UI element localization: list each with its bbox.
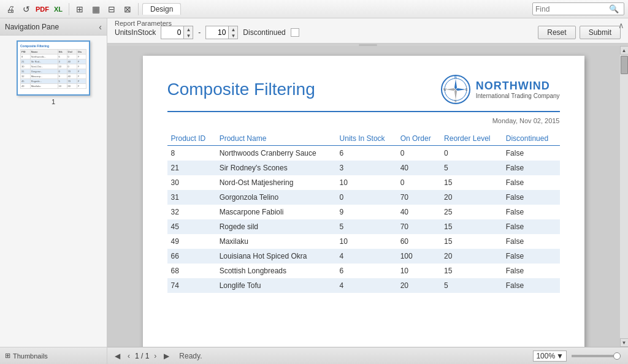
page-prev-button[interactable]: ◀ [112,351,123,362]
toolbar-icon-refresh[interactable]: ↺ [20,2,33,16]
submit-button[interactable]: Submit [580,26,621,39]
scroll-up-button[interactable]: ▲ [620,46,629,55]
collapse-nav-button[interactable]: ‹ [99,23,102,31]
search-box[interactable]: 🔍 [532,2,624,15]
compass-icon: N S E W [440,74,471,105]
navigation-pane: Navigation Pane ‹ Composite Filtering PI… [0,18,107,364]
table-cell: 10 [336,175,397,190]
toolbar-icon-view[interactable]: ⊞ [73,2,86,16]
table-cell: 21 [167,161,216,175]
toolbar-icon-grid[interactable]: ⊠ [121,2,134,16]
company-name-main: NORTHWIND [476,80,560,93]
toolbar-icon-excel[interactable]: XL [52,2,65,16]
table-cell: 5 [440,161,502,175]
zoom-slider-thumb[interactable] [613,352,621,360]
thumbnails-icon: ⊞ [5,352,10,360]
toolbar-icon-layout[interactable]: ▦ [89,2,102,16]
table-cell: 66 [167,249,216,264]
table-cell: False [502,146,560,161]
table-cell: Scottish Longbreads [216,264,336,278]
table-cell: False [502,264,560,278]
table-cell: 4 [336,278,397,293]
table-column-header: Units In Stock [336,132,397,146]
search-input[interactable] [535,5,609,13]
units-min-spinner[interactable]: 0 ▲ ▼ [161,26,193,39]
units-max-spinner[interactable]: 10 ▲ ▼ [205,26,238,39]
table-cell: 20 [440,190,502,205]
thumbnail-preview-1[interactable]: Composite Filtering PIDNameStkOrdDis 8No… [17,40,90,96]
search-icon: 🔍 [609,4,619,13]
company-name: NORTHWIND International Trading Company [476,80,560,99]
units-max-input[interactable]: 10 [206,26,228,39]
toolbar-icon-print[interactable]: 🖨 [4,2,17,16]
toolbar-divider-1 [69,3,69,15]
page-next-button[interactable]: ▶ [161,351,172,362]
table-cell: 15 [440,264,502,278]
zoom-dropdown[interactable]: 100% ▼ [533,351,567,362]
units-max-spin-down[interactable]: ▼ [229,32,237,39]
table-cell: 5 [440,278,502,293]
zoom-value: 100% [536,352,555,360]
table-cell: False [502,175,560,190]
table-row: 49Maxilaku106015False [167,234,560,249]
table-cell: 0 [397,175,440,190]
report-tbody: 8Northwoods Cranberry Sauce600False21Sir… [167,146,560,294]
table-cell: 20 [397,278,440,293]
units-min-input[interactable]: 0 [161,26,183,39]
table-cell: 15 [440,234,502,249]
table-cell: 15 [440,175,502,190]
table-cell: 70 [397,219,440,234]
page-next-small-button[interactable]: › [151,351,159,362]
table-cell: False [502,190,560,205]
table-cell: 9 [336,205,397,219]
report-header: Composite Filtering [167,74,560,112]
page-prev-small-button[interactable]: ‹ [125,351,132,362]
scroll-down-button[interactable]: ▼ [620,338,629,347]
units-max-spinner-btns: ▲ ▼ [228,26,237,39]
table-row: 21Sir Rodney's Scones3405False [167,161,560,175]
zoom-slider[interactable] [572,355,621,357]
page-info: 1 / 1 [135,352,149,360]
thumbnail-label-1: 1 [52,98,55,105]
table-row: 31Gorgonzola Telino07020False [167,190,560,205]
table-cell: 70 [397,190,440,205]
table-cell: 100 [397,249,440,264]
zoom-dropdown-arrow: ▼ [556,352,564,360]
company-logo: N S E W NORTHWIND International Trading … [440,74,560,105]
design-tab[interactable]: Design [142,3,181,15]
params-bar: Report Parameters UnitsInStock 0 ▲ ▼ - 1… [107,18,628,44]
table-cell: False [502,219,560,234]
right-scrollbar[interactable]: ▲ ▼ [619,46,628,347]
table-cell: 0 [336,190,397,205]
reset-button[interactable]: Reset [538,26,575,39]
table-cell: 0 [397,146,440,161]
svg-marker-5 [445,88,456,91]
units-max-spin-up[interactable]: ▲ [229,26,237,32]
svg-text:E: E [465,88,468,91]
collapse-params-button[interactable]: ∧ [618,21,624,30]
params-actions: Reset Submit [538,26,621,39]
table-cell: Nord-Ost Matjeshering [216,175,336,190]
report-table: Product IDProduct NameUnits In StockOn O… [167,132,560,293]
units-min-spin-up[interactable]: ▲ [184,26,193,32]
svg-marker-2 [454,79,457,89]
table-cell: 68 [167,264,216,278]
report-area[interactable]: Composite Filtering [107,46,619,347]
discontinued-checkbox[interactable] [291,28,299,37]
table-cell: 32 [167,205,216,219]
toolbar-icon-pdf[interactable]: PDF [36,2,49,16]
svg-marker-4 [454,89,457,100]
table-cell: 30 [167,175,216,190]
table-row: 66Louisiana Hot Spiced Okra410020False [167,249,560,264]
table-cell: 20 [440,249,502,264]
params-title: Report Parameters [115,20,172,27]
table-cell: False [502,205,560,219]
thumbnails-label: Thumbnails [13,352,48,360]
table-cell: False [502,278,560,293]
units-min-spin-down[interactable]: ▼ [184,32,193,39]
table-cell: 40 [397,161,440,175]
table-cell: 6 [336,264,397,278]
toolbar-icon-split[interactable]: ⊟ [105,2,118,16]
units-min-spinner-btns: ▲ ▼ [183,26,193,39]
table-row: 45Rogede sild57015False [167,219,560,234]
